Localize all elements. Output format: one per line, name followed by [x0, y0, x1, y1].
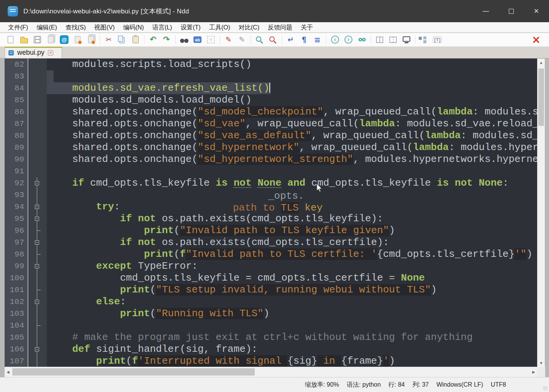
- menu-compare[interactable]: 对比(C): [234, 22, 264, 33]
- line-number[interactable]: 95: [5, 213, 28, 225]
- line-number[interactable]: 91: [5, 165, 28, 177]
- line-number[interactable]: 101: [5, 284, 28, 296]
- line-number[interactable]: 88: [5, 130, 28, 142]
- line-number[interactable]: 90: [5, 154, 28, 165]
- line-number[interactable]: 105: [5, 332, 28, 343]
- fold-margin[interactable]: [28, 343, 47, 355]
- code-text[interactable]: if cmd_opts.tls_keyfile is not None and …: [47, 177, 537, 189]
- code-text[interactable]: # make the program just exit at ctrl+c w…: [47, 332, 537, 343]
- code-text[interactable]: modules.sd_vae.refresh_vae_list(): [47, 82, 537, 94]
- line-number[interactable]: 83: [5, 70, 28, 82]
- fold-margin[interactable]: [28, 296, 47, 308]
- line-number[interactable]: 82: [5, 59, 28, 70]
- fold-margin[interactable]: [28, 213, 47, 225]
- line-number[interactable]: 87: [5, 118, 28, 130]
- maximize-button[interactable]: [498, 0, 524, 22]
- code-text[interactable]: shared.opts.onchange("sd_vae_as_default"…: [47, 130, 537, 142]
- paste-button[interactable]: [129, 34, 142, 45]
- zoom-in-button[interactable]: [253, 34, 266, 45]
- code-text[interactable]: modules.sd_models.load_model(): [47, 94, 537, 106]
- fold-marker[interactable]: [35, 217, 39, 221]
- code-text[interactable]: except TypeError:: [47, 260, 537, 272]
- line-number[interactable]: 100: [5, 272, 28, 284]
- menu-view[interactable]: 视图(V): [90, 22, 119, 33]
- menu-search[interactable]: 查找(S): [61, 22, 90, 33]
- line-number[interactable]: 96: [5, 225, 28, 237]
- code-text[interactable]: [47, 165, 537, 177]
- show-paragraph-button[interactable]: ¶: [297, 34, 311, 45]
- line-number[interactable]: 98: [5, 248, 28, 260]
- nav-back-button[interactable]: ‹: [328, 34, 342, 45]
- close-all-files-button[interactable]: [84, 34, 98, 45]
- menu-feedback[interactable]: 反馈问题: [264, 22, 297, 33]
- replace-button[interactable]: ab: [191, 34, 204, 45]
- split-view-button[interactable]: [386, 34, 400, 45]
- menu-about[interactable]: 关于: [297, 22, 317, 33]
- redo-button[interactable]: ↷: [160, 34, 173, 45]
- full-screen-button[interactable]: [400, 34, 413, 45]
- minimize-button[interactable]: —: [473, 0, 498, 22]
- line-number[interactable]: 102: [5, 296, 28, 308]
- line-number[interactable]: 107: [5, 355, 28, 367]
- zoom-out-button[interactable]: [266, 34, 280, 45]
- menu-tools[interactable]: 工具(O): [205, 22, 234, 33]
- line-number[interactable]: 85: [5, 94, 28, 106]
- line-number[interactable]: 93: [5, 189, 28, 201]
- code-text[interactable]: print(f'Interrupted with signal {sig} in…: [47, 355, 537, 367]
- fold-margin[interactable]: [28, 237, 47, 248]
- nav-forward-button[interactable]: ›: [342, 34, 355, 45]
- line-number[interactable]: 92: [5, 177, 28, 189]
- code-text[interactable]: shared.opts.onchange("sd_model_checkpoin…: [47, 106, 537, 118]
- fold-marker[interactable]: [35, 240, 39, 245]
- record-macro-button[interactable]: oo: [355, 34, 369, 45]
- resize-grip[interactable]: [543, 386, 547, 390]
- code-text[interactable]: print("TLS setup invalid, running webui …: [47, 284, 537, 296]
- compare-panes-button[interactable]: [373, 34, 386, 45]
- undo-button[interactable]: ↶: [146, 34, 160, 45]
- scroll-up-arrow-icon[interactable]: ▲: [538, 59, 545, 66]
- fold-marker[interactable]: [35, 264, 39, 268]
- horizontal-scroll-thumb[interactable]: [12, 368, 255, 376]
- code-text[interactable]: shared.opts.onchange("sd_vae", wrap_queu…: [47, 118, 537, 130]
- fold-margin[interactable]: [28, 201, 47, 213]
- code-text[interactable]: [47, 70, 537, 82]
- save-button[interactable]: [31, 34, 44, 45]
- code-text[interactable]: modules.scripts.load_scripts(): [47, 59, 537, 70]
- close-file-button[interactable]: [71, 34, 84, 45]
- menu-encoding[interactable]: 编码(N): [119, 22, 148, 33]
- line-number[interactable]: 89: [5, 142, 28, 154]
- scroll-left-arrow-icon[interactable]: ◄: [5, 367, 11, 377]
- fold-marker[interactable]: [35, 347, 39, 351]
- new-file-button[interactable]: [4, 34, 17, 45]
- mark-button[interactable]: ☆: [204, 34, 218, 45]
- code-text[interactable]: if not os.path.exists(cmd_opts.tls_certf…: [47, 237, 537, 248]
- cut-button[interactable]: ✂: [102, 34, 115, 45]
- copy-button[interactable]: [115, 34, 129, 45]
- close-button[interactable]: ×: [524, 0, 549, 22]
- indent-guide-button[interactable]: ≡: [311, 34, 324, 45]
- menu-file[interactable]: 文件(F): [4, 22, 32, 33]
- line-number[interactable]: 99: [5, 260, 28, 272]
- line-number[interactable]: 86: [5, 106, 28, 118]
- line-number[interactable]: 84: [5, 82, 28, 94]
- open-file-button[interactable]: [17, 34, 31, 45]
- line-number[interactable]: 103: [5, 308, 28, 320]
- code-text[interactable]: print(f"Invalid path to TLS certfile: '{…: [47, 248, 537, 260]
- word-wrap-button[interactable]: ↵: [284, 34, 297, 45]
- code-text[interactable]: [47, 320, 537, 332]
- vertical-scroll-thumb[interactable]: [538, 69, 544, 126]
- scroll-down-arrow-icon[interactable]: ▼: [538, 359, 545, 367]
- clear-highlight-button[interactable]: ✎: [235, 34, 249, 45]
- code-text[interactable]: shared.opts.onchange("sd_hypernetwork_st…: [47, 154, 537, 165]
- highlight-pen-button[interactable]: ✎: [222, 34, 235, 45]
- save-all-button[interactable]: [44, 34, 57, 45]
- function-list-button[interactable]: [417, 34, 431, 45]
- fold-marker[interactable]: [35, 300, 39, 304]
- fold-margin[interactable]: [28, 177, 47, 189]
- menu-language[interactable]: 语言(L): [148, 22, 177, 33]
- tab-webui-py[interactable]: webui.py ×: [5, 47, 62, 58]
- file-compare-blue-button[interactable]: @: [57, 34, 71, 45]
- line-number[interactable]: 106: [5, 343, 28, 355]
- tab-close-icon[interactable]: ×: [48, 50, 53, 56]
- text-mode-button[interactable]: [T]: [431, 34, 444, 45]
